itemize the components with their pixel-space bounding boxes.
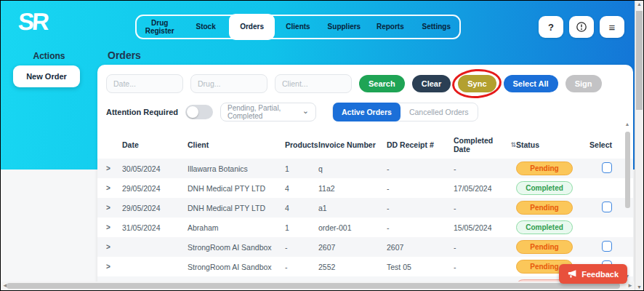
drug-filter-input[interactable]: [190, 74, 267, 93]
page-vertical-scrollbar[interactable]: ▲ ▼: [635, 1, 643, 290]
expand-row-icon[interactable]: >: [106, 263, 122, 271]
expand-row-icon[interactable]: >: [106, 243, 122, 251]
status-badge: Pending: [516, 240, 573, 254]
cell-date: 29/05/2024: [122, 184, 188, 193]
tab-reports[interactable]: Reports: [367, 20, 413, 34]
expand-row-icon[interactable]: >: [106, 164, 122, 172]
cell-invoice-number: 2607: [318, 243, 387, 252]
row-checkbox[interactable]: [602, 241, 612, 252]
col-invoice-number: Invoice Number: [318, 140, 387, 149]
select-all-button[interactable]: Select All: [504, 75, 558, 92]
filter-bar-secondary: Attention Required Pending, Partial, Com…: [97, 98, 633, 129]
col-products: Products: [285, 140, 318, 149]
col-dd-receipt: DD Receipt #: [387, 140, 454, 149]
app-window: { "app": { "logo": "SR" }, "nav": { "tab…: [0, 0, 644, 291]
cell-completed-date: 17/05/2024: [454, 184, 516, 193]
table-row: >30/05/2024Illawarra Botanics1q--Pending: [97, 159, 633, 178]
col-completed-date: Completed Date ⇅: [454, 136, 516, 154]
feedback-label: Feedback: [581, 270, 619, 279]
feedback-button[interactable]: Feedback: [559, 264, 627, 284]
cell-products: -: [285, 263, 318, 271]
row-checkbox[interactable]: [602, 202, 612, 212]
cell-client: StrongRoom AI Sandbox: [188, 263, 285, 271]
help-button[interactable]: ?: [539, 16, 563, 38]
orders-panel: Search Clear Sync Select All Sign Attent…: [97, 65, 633, 290]
cell-dd-receipt: -: [387, 204, 454, 212]
cell-completed-date: 15/05/2024: [454, 223, 516, 232]
completed-date-label: Completed Date: [454, 136, 502, 154]
scroll-down-icon[interactable]: ▼: [635, 284, 643, 290]
megaphone-icon: [568, 269, 577, 279]
attention-required-toggle[interactable]: [185, 105, 213, 119]
tab-orders[interactable]: Orders: [229, 14, 275, 40]
menu-button[interactable]: ≡: [600, 16, 624, 38]
cell-client: StrongRoom AI Sandbox: [188, 243, 285, 252]
main-nav: Drug RegisterStockOrdersClientsSuppliers…: [135, 15, 461, 39]
cell-invoice-number: 11a2: [318, 184, 387, 193]
table-scrollbar[interactable]: ▲ ▼: [624, 121, 631, 279]
expand-row-icon[interactable]: >: [106, 223, 122, 231]
cell-status: Pending: [516, 240, 584, 254]
cell-date: 30/05/2024: [122, 164, 188, 173]
tab-drug-register[interactable]: Drug Register: [137, 16, 182, 39]
date-filter-input[interactable]: [106, 74, 183, 93]
cell-select: [584, 162, 612, 175]
cell-products: 1: [285, 223, 318, 232]
search-button[interactable]: Search: [359, 75, 405, 92]
cell-date: 31/05/2024: [122, 223, 188, 232]
expand-row-icon[interactable]: >: [106, 204, 122, 212]
row-checkbox[interactable]: [602, 162, 612, 173]
sync-button[interactable]: Sync: [458, 75, 496, 92]
question-mark-icon: ?: [548, 22, 554, 33]
col-client: Client: [188, 140, 285, 149]
cell-select: [584, 202, 612, 214]
cell-dd-receipt: -: [387, 184, 454, 193]
cell-client: DNH Medical PTY LTD: [188, 184, 285, 193]
scroll-up-icon[interactable]: ▲: [624, 121, 631, 127]
status-badge: Completed: [516, 220, 573, 234]
new-order-button[interactable]: New Order: [13, 65, 80, 87]
cell-completed-date: -: [454, 164, 516, 173]
scroll-right-icon[interactable]: ►: [627, 282, 633, 289]
expand-row-icon[interactable]: >: [106, 184, 122, 192]
status-badge: Pending: [516, 162, 573, 175]
info-button[interactable]: [569, 16, 594, 38]
info-circle-icon: [576, 21, 587, 33]
cell-invoice-number: a1: [318, 204, 387, 212]
table-scrollbar-thumb[interactable]: [625, 132, 630, 208]
cell-client: DNH Medical PTY LTD: [188, 204, 285, 212]
clear-button[interactable]: Clear: [412, 75, 451, 92]
actions-section-title: Actions: [1, 51, 97, 61]
cell-products: 4: [285, 184, 318, 193]
cell-status: Completed: [516, 220, 584, 234]
tab-stock[interactable]: Stock: [182, 20, 228, 34]
page-horizontal-scrollbar-thumb[interactable]: [7, 283, 620, 289]
cell-completed-date: -: [454, 204, 516, 212]
table-row: >31/05/2024Abraham1order-001-15/05/2024C…: [97, 218, 633, 237]
cell-dd-receipt: -: [387, 164, 454, 173]
client-filter-input[interactable]: [275, 74, 352, 93]
tab-active-orders[interactable]: Active Orders: [333, 103, 401, 121]
scroll-up-icon[interactable]: ▲: [635, 1, 643, 7]
table-row: >StrongRoom AI Sandbox-2552Test 05-Pendi…: [97, 257, 633, 276]
tab-settings[interactable]: Settings: [414, 20, 459, 34]
page-horizontal-scrollbar[interactable]: ◄ ►: [1, 282, 635, 290]
cell-products: 1: [285, 164, 318, 173]
tab-suppliers[interactable]: Suppliers: [321, 20, 367, 34]
attention-required-label: Attention Required: [106, 108, 178, 116]
tab-clients[interactable]: Clients: [275, 20, 321, 34]
sort-arrows-icon[interactable]: ⇅: [510, 141, 516, 148]
cell-client: Illawarra Botanics: [188, 164, 285, 173]
status-filter-dropdown[interactable]: Pending, Partial, Completed ⌄: [220, 103, 316, 121]
table-header: Date Client Products Invoice Number DD R…: [97, 129, 633, 159]
tab-cancelled-orders[interactable]: Cancelled Orders: [401, 103, 478, 121]
orders-table-body: >30/05/2024Illawarra Botanics1q--Pending…: [97, 159, 633, 290]
cell-dd-receipt: Test 05: [387, 263, 454, 271]
hamburger-menu-icon: ≡: [609, 21, 616, 33]
cell-products: 4: [285, 204, 318, 212]
col-select: Select: [584, 140, 612, 149]
cell-invoice-number: q: [318, 164, 387, 173]
cell-dd-receipt: 2607: [387, 243, 454, 252]
page-vertical-scrollbar-thumb[interactable]: [636, 11, 643, 110]
sign-button[interactable]: Sign: [565, 75, 602, 92]
